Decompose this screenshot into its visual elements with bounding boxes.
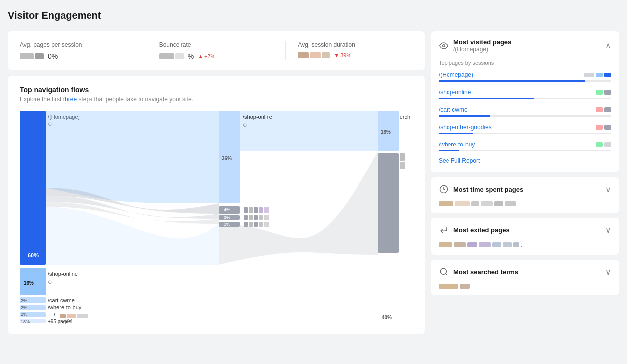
exit-preview-dots: .. [521, 242, 524, 248]
progress-fill-homepage [439, 80, 585, 82]
down-arrow-icon: ▼ [334, 52, 339, 58]
list-item-homepage: /(Homepage) [439, 72, 611, 82]
flow-col2-pct4: 2% [224, 222, 230, 227]
col2-bar4 [259, 207, 263, 213]
most-exited-preview: .. [431, 242, 619, 255]
most-exited-title: Most exited pages [453, 226, 510, 234]
progress-fill-shop-other [439, 133, 473, 134]
col2-bar5 [264, 207, 269, 213]
list-item-homepage-bars [584, 73, 611, 77]
most-time-spent-card: Most time spent pages ∨ [431, 177, 619, 213]
flow-svg: /{Homepage} ⊙ 60% /shop-online ⊙ 16% /ca… [20, 111, 413, 324]
metric-bar-6 [310, 52, 321, 58]
flow-node-where-pct: 2% [21, 305, 27, 310]
flow-diagram: /{Homepage} ⊙ 60% /shop-online ⊙ 16% /ca… [20, 111, 413, 324]
svg-line-3 [445, 273, 447, 275]
exit-preview-bar-2 [454, 242, 466, 247]
svg-point-0 [443, 44, 445, 47]
list-item-cart-link[interactable]: /cart-cwme [439, 106, 468, 113]
list-item-shop-other-header: /shop-other-goodies [439, 124, 611, 131]
flow-col3-pct2: 40% [382, 315, 392, 320]
metric-avg-session-change: ▼ 39% [334, 52, 351, 58]
most-searched-header[interactable]: Most searched terms ∨ [431, 260, 619, 284]
most-exited-header-left: Most exited pages [439, 225, 510, 235]
left-panel: Avg. pages per session 0% Bounce rate [8, 31, 425, 334]
eye-icon [439, 41, 448, 51]
bar-grey4 [604, 125, 611, 130]
list-item-cart: /cart-cwme [439, 106, 611, 117]
list-item-homepage-link[interactable]: /(Homepage) [439, 72, 473, 78]
most-searched-card: Most searched terms ∨ [431, 260, 619, 295]
list-item-shop-online-bars [596, 90, 611, 95]
chevron-up-icon: ∧ [605, 41, 611, 50]
progress-track-shop-other [439, 133, 611, 134]
most-time-spent-header-left: Most time spent pages [439, 184, 523, 194]
col2-bar2 [249, 207, 253, 213]
preview-bar-4 [481, 201, 493, 206]
nav-flow-title: Top navigation flows [20, 86, 413, 94]
list-item-where-link[interactable]: /where-to-buy [439, 141, 475, 148]
most-time-spent-title: Most time spent pages [453, 186, 523, 193]
see-full-report-link[interactable]: See Full Report [439, 157, 611, 164]
exit-preview-bar-7 [513, 242, 519, 247]
flow-node-shop-online-label: /shop-online [48, 271, 78, 277]
most-searched-title-group: Most searched terms [453, 268, 518, 276]
search-icon [439, 267, 448, 277]
most-time-spent-header[interactable]: Most time spent pages ∨ [431, 177, 619, 201]
col2-bar1 [244, 207, 248, 213]
search-preview-bar-1 [439, 284, 458, 289]
metric-bar-1 [20, 53, 34, 59]
metric-avg-session-label: Avg. session duration [298, 41, 413, 48]
bar-grey3 [604, 107, 611, 112]
most-searched-preview [431, 284, 619, 295]
bar-grey [584, 73, 594, 77]
most-exited-card: Most exited pages ∨ .. [431, 218, 619, 255]
list-item-homepage-header: /(Homepage) [439, 72, 611, 78]
metric-bar-4 [175, 53, 184, 59]
metric-bar-7 [322, 52, 330, 58]
progress-track-where [439, 150, 611, 151]
main-layout: Avg. pages per session 0% Bounce rate [8, 31, 619, 334]
list-item-shop-other-link[interactable]: /shop-other-goodies [439, 124, 492, 131]
metric-bounce-rate-change: ▲ +7% [198, 53, 215, 59]
bar-grey2 [604, 90, 611, 95]
bar-red [596, 107, 603, 112]
flow-node-cart-pct: 2% [21, 298, 27, 303]
nav-flow-subtitle: Explore the first three steps that peopl… [20, 96, 413, 103]
right-panel: Most visited pages /(Homepage) ∧ Top pag… [431, 31, 619, 295]
flow-node-root-label: / [54, 311, 56, 317]
page-title: Visitor Engagement [8, 8, 619, 25]
col2-bar3 [254, 207, 258, 213]
exit-preview-bar-3 [467, 242, 477, 247]
col2-bar7 [249, 215, 253, 220]
metric-avg-session: Avg. session duration ▼ 39% [298, 41, 413, 60]
metric-bar-3 [159, 53, 174, 59]
flow-col2-pct3: 2% [224, 215, 230, 220]
metric-avg-session-bars [298, 52, 330, 58]
metric-avg-pages-value-row: 0% [20, 52, 135, 60]
metric-avg-pages: Avg. pages per session 0% [20, 41, 147, 60]
col2-bar6 [244, 215, 248, 220]
most-visited-header[interactable]: Most visited pages /(Homepage) ∧ [431, 31, 619, 60]
bar-green [596, 90, 603, 95]
preview-bar-2 [455, 201, 470, 206]
progress-fill-where [439, 150, 459, 151]
col3-bar1 [400, 153, 405, 161]
col2-bar13 [254, 222, 258, 227]
most-searched-header-left: Most searched terms [439, 267, 518, 277]
flow-node-shop-online-pct: 16% [24, 280, 34, 286]
list-item-cart-bars [596, 107, 611, 112]
top-pages-label: Top pages by sessions [439, 60, 611, 66]
most-visited-header-left: Most visited pages /(Homepage) [439, 38, 511, 53]
flow-node-root-bar2 [67, 314, 76, 318]
flow-node-where-label: /where-to-buy [48, 304, 82, 310]
progress-fill-shop-online [439, 98, 534, 99]
most-exited-header[interactable]: Most exited pages ∨ [431, 218, 619, 242]
list-item-shop-online-link[interactable]: /shop-online [439, 89, 471, 96]
list-item-where-header: /where-to-buy [439, 141, 611, 148]
nav-flow-card: Top navigation flows Explore the first t… [8, 76, 425, 334]
flow-col2-shop-online-pct: 36% [222, 156, 232, 161]
chevron-down-icon-search: ∨ [605, 267, 611, 277]
list-item-shop-online-header: /shop-online [439, 89, 611, 96]
list-item-shop-online: /shop-online [439, 89, 611, 99]
